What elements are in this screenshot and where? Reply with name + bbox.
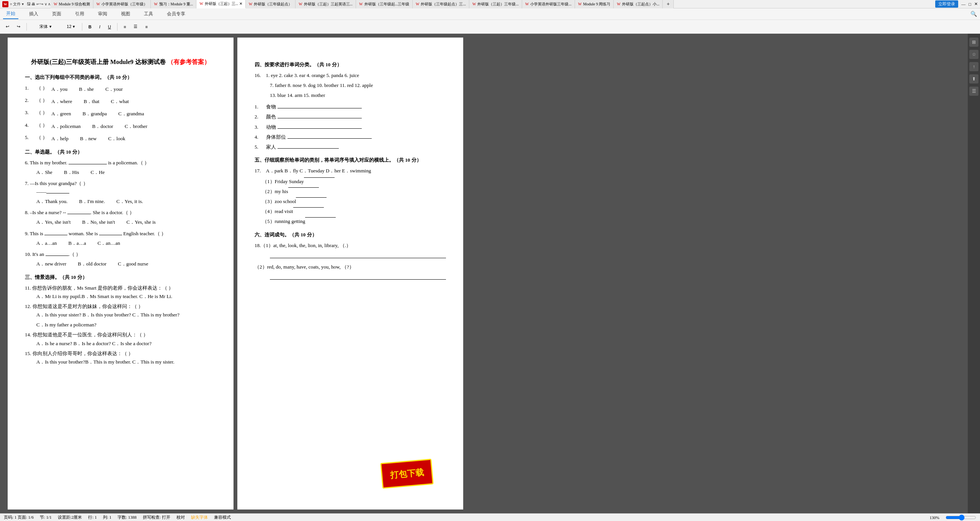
q8-opt-b: B．No, she isn't — [82, 218, 115, 226]
zoom-level: 130% — [929, 515, 939, 520]
q5-opt-c: C．look — [108, 134, 125, 143]
tab-new[interactable]: + — [663, 0, 674, 8]
underline-button[interactable]: U — [105, 23, 114, 31]
search-icon[interactable]: 🔍 — [970, 11, 977, 17]
q12-row: 12. 你想知道这是不是对方的妹妹，你会这样问：（ ） A．Is this yo… — [25, 302, 216, 319]
review-indicator: 校对 — [176, 514, 185, 520]
tab-1[interactable]: WModule 9 综合检测 — [51, 0, 93, 8]
q9-opt-a: A．a…an — [36, 239, 57, 247]
tab-11[interactable]: WModule 9 周练习 — [575, 0, 614, 8]
download-stamp[interactable]: 打包下载 — [380, 459, 433, 489]
q2-opt-c: C．what — [111, 97, 129, 106]
toolbar-sep-1 — [26, 23, 27, 31]
wps-logo-icon: W — [2, 1, 8, 7]
q5-opt-b: B．new — [80, 134, 96, 143]
minimize-button[interactable]: — — [961, 2, 965, 7]
q1-row: 1. （ ） A．you B．she C．your — [25, 84, 216, 95]
align-right[interactable]: ≡ — [142, 23, 150, 31]
q8-row: 8. –Is she a nurse? -- . She is a doctor… — [25, 208, 216, 228]
font-name[interactable]: 宋体 ▾ — [30, 22, 61, 31]
align-center[interactable]: ☰ — [131, 23, 140, 31]
page-title: 外研版(三起)三年级英语上册 Module9 达标测试卷 （有参考答案） — [25, 57, 216, 67]
q9-row: 9. This is woman. She is English teacher… — [25, 229, 216, 249]
s5-q4: （4）read visit — [262, 207, 446, 216]
compat-mode-indicator: 兼容模式 — [214, 514, 231, 520]
col-indicator: 列: 1 — [103, 514, 111, 520]
ribbon-tab-insert[interactable]: 插入 — [26, 9, 41, 19]
tab-4-active[interactable]: W外研版（三起）三... ✕ — [196, 0, 245, 8]
q3-opt-b: B．grandpa — [83, 110, 107, 118]
login-button[interactable]: 立即登录 — [935, 0, 958, 8]
setting-indicator: 设置距:2厘米 — [58, 514, 82, 520]
cat2-row: 2. 颜色 — [255, 113, 446, 121]
sidebar-icon-2[interactable]: ☆ — [969, 50, 978, 59]
ribbon: 开始 插入 页面 引用 审阅 视图 工具 会员专享 🔍 — [0, 8, 980, 20]
q3-opt-a: A．green — [51, 110, 71, 118]
tab-9[interactable]: W外研版（三起）三年级... — [469, 0, 522, 8]
q8-opt-c: C．Yes, she is — [126, 218, 155, 226]
tab-12[interactable]: W外研版（三起点）小... — [614, 0, 663, 8]
q10-opt-c: C．good nurse — [118, 260, 148, 268]
words-indicator: 字数: 1388 — [118, 514, 137, 520]
menu-file[interactable]: ≡ 文件 ▾ — [10, 2, 24, 7]
top-bar: W ≡ 文件 ▾ 🖫 🖶 ↩ ↪ ∨ ∧ WModule 9 综合检测 W小学英… — [0, 0, 980, 8]
q5-opt-a: A．help — [51, 134, 69, 143]
sidebar-icon-3[interactable]: ↑ — [969, 62, 978, 71]
maximize-button[interactable]: □ — [969, 2, 971, 7]
tab-6[interactable]: W外研版（三起）三起英语三... — [296, 0, 356, 8]
tab-bar: WModule 9 综合检测 W小学英语外研版（三年级） W预习：Module … — [51, 0, 935, 8]
q19-row: （2）red, do, many, have, coats, you, how,… — [255, 263, 446, 280]
font-size[interactable]: 12 ▾ — [63, 23, 78, 31]
tab-8[interactable]: W外研版（三年级起点）三... — [413, 0, 469, 8]
zoom-slider[interactable] — [946, 514, 976, 521]
page-2: 四、按要求进行单词分类。（共 10 分） 16. 1. eye 2. cake … — [237, 38, 463, 510]
q16-label: 16. — [255, 72, 261, 78]
sidebar-icon-5[interactable]: ☰ — [969, 87, 978, 96]
status-bar: 页码: 1 页面: 1/6 节: 1/1 设置距:2厘米 行: 1 列: 1 字… — [0, 513, 980, 521]
q19-answer-line — [270, 273, 446, 280]
sidebar-icon-4[interactable]: ⬆ — [969, 74, 978, 84]
section2-title: 二、单选题。（共 10 分） — [25, 148, 216, 156]
toolbar-icons: 🖫 🖶 ↩ ↪ ∨ ∧ — [27, 2, 51, 6]
s5-q1: （1）Friday Sunday — [262, 177, 446, 186]
q4-opt-a: A．policeman — [51, 122, 81, 131]
section-indicator: 节: 1/1 — [40, 514, 52, 520]
right-sidebar: ⊞ ☆ ↑ ⬆ ☰ — [968, 34, 980, 513]
ribbon-tab-view[interactable]: 视图 — [118, 9, 133, 19]
ribbon-tab-review[interactable]: 审阅 — [95, 9, 110, 19]
close-button[interactable]: ✕ — [974, 2, 978, 7]
q2-opt-b: B．that — [83, 97, 99, 106]
tab-3[interactable]: W预习：Module 9 重... — [151, 0, 196, 8]
s5-q2: （2）my his — [262, 187, 446, 196]
tab-2[interactable]: W小学英语外研版（三年级） — [93, 0, 151, 8]
redo-button[interactable]: ↪ — [14, 23, 23, 31]
section4-title: 四、按要求进行单词分类。（共 10 分） — [255, 61, 446, 69]
top-bar-left: W ≡ 文件 ▾ 🖫 🖶 ↩ ↪ ∨ ∧ — [2, 1, 51, 7]
ribbon-tab-page[interactable]: 页面 — [49, 9, 64, 19]
q13-row: C．Is my father a policeman? — [36, 321, 216, 329]
ribbon-tab-ref[interactable]: 引用 — [72, 9, 87, 19]
q4-row: 4. （ ） A．policeman B．doctor C．brother — [25, 121, 216, 132]
undo-button[interactable]: ↩ — [3, 23, 12, 31]
q5-row: 5. （ ） A．help B．new C．look — [25, 133, 216, 144]
ribbon-tab-start[interactable]: 开始 — [3, 9, 18, 19]
sidebar-icon-1[interactable]: ⊞ — [969, 38, 978, 47]
q6-opt-c: C．He — [91, 168, 105, 177]
italic-button[interactable]: I — [96, 23, 103, 31]
section6-title: 六、连词成句。（共 10 分） — [255, 231, 446, 239]
q9-opt-b: B．a…a — [68, 239, 86, 247]
ribbon-tab-tools[interactable]: 工具 — [141, 9, 156, 19]
tab-10[interactable]: W小学英语外研版三年级... — [522, 0, 575, 8]
tab-5[interactable]: W外研版（三年级起点） — [246, 0, 296, 8]
toolbar: ↩ ↪ 宋体 ▾ 12 ▾ B I U ≡ ☰ ≡ — [0, 20, 980, 34]
q9-opt-c: C．an…an — [98, 239, 120, 247]
tab-7[interactable]: W外研版（三年级起...三年级 — [356, 0, 413, 8]
q17-label: 17. — [255, 168, 261, 174]
align-left[interactable]: ≡ — [121, 23, 129, 31]
cat1-row: 1. 食物 — [255, 103, 446, 111]
cat4-row: 4. 身体部位 — [255, 133, 446, 141]
ribbon-tab-member[interactable]: 会员专享 — [164, 9, 188, 19]
q6-row: 6. This is my brother. is a policeman.（ … — [25, 159, 216, 178]
q10-opt-b: B．old doctor — [78, 260, 106, 268]
bold-button[interactable]: B — [86, 23, 94, 31]
